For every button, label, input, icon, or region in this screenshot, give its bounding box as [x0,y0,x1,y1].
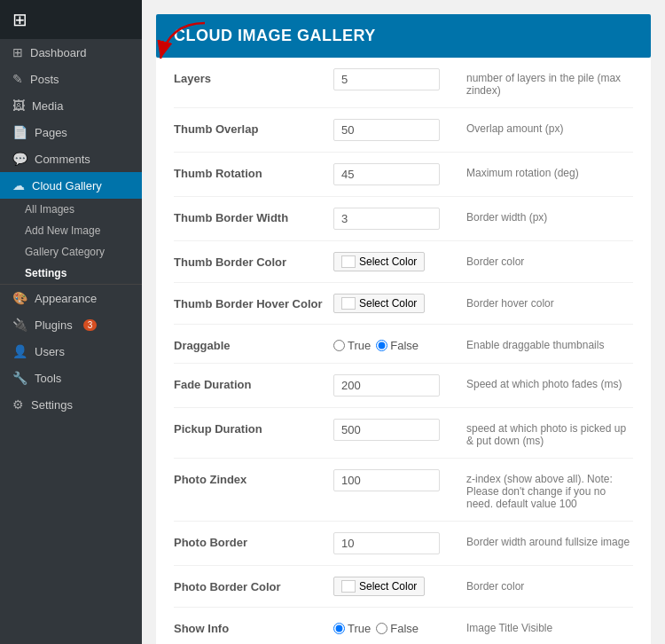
sidebar-sub-add-new-image[interactable]: Add New Image [0,220,142,241]
settings-row-photo-border-color: Photo Border Color Select Color Border c… [174,566,633,608]
settings-row-thumb-border-color: Thumb Border Color Select Color Border c… [174,241,633,283]
pages-icon: 📄 [12,125,27,139]
color-swatch-photo-border [341,580,356,593]
control-photo-border [333,532,458,554]
settings-row-photo-zindex: Photo Zindex z-index (show above all). N… [174,459,633,522]
sidebar-item-pages[interactable]: 📄 Pages [0,119,142,145]
wp-icon: ⊞ [12,9,27,30]
settings-row-show-info: Show Info True False Image Title Visible [174,608,633,644]
desc-thumb-overlap: Overlap amount (px) [458,119,633,135]
control-thumb-border-width [333,208,458,230]
plugins-icon: 🔌 [12,318,27,332]
radio-draggable-true[interactable]: True [333,339,371,352]
sidebar-sub-settings[interactable]: Settings [0,263,142,284]
radio-group-draggable: True False [333,335,458,352]
control-thumb-border-hover-color: Select Color [333,294,458,313]
desc-show-info: Image Title Visible [458,618,633,634]
label-thumb-border-color: Thumb Border Color [174,252,333,269]
cloud-gallery-icon: ☁ [12,178,25,192]
control-draggable: True False [333,335,458,352]
radio-show-info-false-input[interactable] [376,623,387,634]
input-layers[interactable] [333,68,440,90]
users-icon: 👤 [12,344,27,358]
settings-row-thumb-overlap: Thumb Overlap Overlap amount (px) [174,108,633,153]
main-content: CLOUD IMAGE GALLERY Layers number of lay… [142,0,665,644]
sidebar-sub-all-images[interactable]: All Images [0,199,142,220]
settings-row-thumb-rotation: Thumb Rotation Maximum rotation (deg) [174,153,633,197]
sidebar-label-main-settings: Settings [31,398,73,412]
control-photo-border-color: Select Color [333,577,458,596]
settings-row-photo-border: Photo Border Border width around fullsiz… [174,522,633,566]
input-thumb-overlap[interactable] [333,119,440,141]
desc-pickup-duration: speed at which photo is picked up & put … [458,419,633,447]
sidebar-sub-gallery-category[interactable]: Gallery Category [0,241,142,263]
control-thumb-rotation [333,163,458,185]
site-logo: ⊞ [0,0,142,39]
sidebar-label-plugins: Plugins [35,318,73,332]
control-thumb-border-color: Select Color [333,252,458,271]
desc-photo-border-color: Border color [458,577,633,593]
desc-photo-zindex: z-index (show above all). Note: Please d… [458,469,633,510]
input-fade-duration[interactable] [333,374,440,397]
sidebar-item-dashboard[interactable]: ⊞ Dashboard [0,39,142,66]
input-thumb-rotation[interactable] [333,163,440,185]
sidebar-label-comments: Comments [35,153,90,166]
comments-icon: 💬 [12,152,27,166]
input-pickup-duration[interactable] [333,419,440,441]
label-photo-border-color: Photo Border Color [174,577,333,593]
sidebar-label-appearance: Appearance [35,292,97,305]
color-swatch-thumb-border-hover [341,297,356,310]
label-pickup-duration: Pickup Duration [174,419,333,436]
sidebar-item-posts[interactable]: ✎ Posts [0,66,142,92]
radio-show-info-true-input[interactable] [333,623,345,634]
label-thumb-rotation: Thumb Rotation [174,163,333,180]
select-color-thumb-border-hover[interactable]: Select Color [333,294,425,313]
settings-row-thumb-border-width: Thumb Border Width Border width (px) [174,197,633,241]
media-icon: 🖼 [12,98,25,113]
sub-label-all-images: All Images [25,203,74,216]
label-thumb-border-width: Thumb Border Width [174,208,333,224]
sidebar-item-users[interactable]: 👤 Users [0,338,142,365]
sidebar-item-main-settings[interactable]: ⚙ Settings [0,391,142,418]
label-thumb-overlap: Thumb Overlap [174,119,333,136]
settings-row-pickup-duration: Pickup Duration speed at which photo is … [174,408,633,459]
desc-fade-duration: Speed at which photo fades (ms) [458,374,633,390]
sidebar: ⊞ ⊞ Dashboard ✎ Posts 🖼 Media 📄 Pages 💬 … [0,0,142,644]
control-pickup-duration [333,419,458,441]
label-thumb-border-hover-color: Thumb Border Hover Color [174,294,333,310]
input-photo-border[interactable] [333,532,440,554]
sidebar-item-tools[interactable]: 🔧 Tools [0,365,142,391]
sidebar-label-users: Users [35,345,65,358]
desc-layers: number of layers in the pile (max zindex… [458,68,633,97]
settings-row-layers: Layers number of layers in the pile (max… [174,58,633,108]
input-thumb-border-width[interactable] [333,208,440,230]
sidebar-item-comments[interactable]: 💬 Comments [0,145,142,172]
plugins-badge: 3 [83,319,98,331]
sidebar-item-appearance[interactable]: 🎨 Appearance [0,285,142,311]
sidebar-item-media[interactable]: 🖼 Media [0,92,142,119]
desc-thumb-border-color: Border color [458,252,633,268]
select-color-photo-border[interactable]: Select Color [333,577,425,596]
desc-draggable: Enable draggable thumbnails [458,335,633,351]
radio-draggable-false[interactable]: False [376,339,419,352]
sidebar-item-plugins[interactable]: 🔌 Plugins 3 [0,311,142,338]
label-show-info: Show Info [174,618,333,635]
settings-row-thumb-border-hover-color: Thumb Border Hover Color Select Color Bo… [174,283,633,325]
page-header: CLOUD IMAGE GALLERY [156,14,651,58]
sidebar-item-cloud-gallery[interactable]: ☁ Cloud Gallery [0,172,142,199]
color-swatch-thumb-border [341,255,356,268]
label-layers: Layers [174,68,333,85]
radio-draggable-false-input[interactable] [376,340,387,351]
input-photo-zindex[interactable] [333,469,440,491]
control-photo-zindex [333,469,458,491]
radio-show-info-false[interactable]: False [376,622,419,635]
label-photo-zindex: Photo Zindex [174,469,333,486]
desc-thumb-rotation: Maximum rotation (deg) [458,163,633,179]
radio-show-info-true[interactable]: True [333,622,371,635]
sidebar-section-other: 🎨 Appearance 🔌 Plugins 3 👤 Users 🔧 Tools… [0,284,142,418]
radio-draggable-true-input[interactable] [333,340,345,351]
dashboard-icon: ⊞ [12,45,23,59]
sub-label-settings: Settings [25,267,66,279]
select-color-thumb-border[interactable]: Select Color [333,252,425,271]
desc-photo-border: Border width around fullsize image [458,532,633,548]
